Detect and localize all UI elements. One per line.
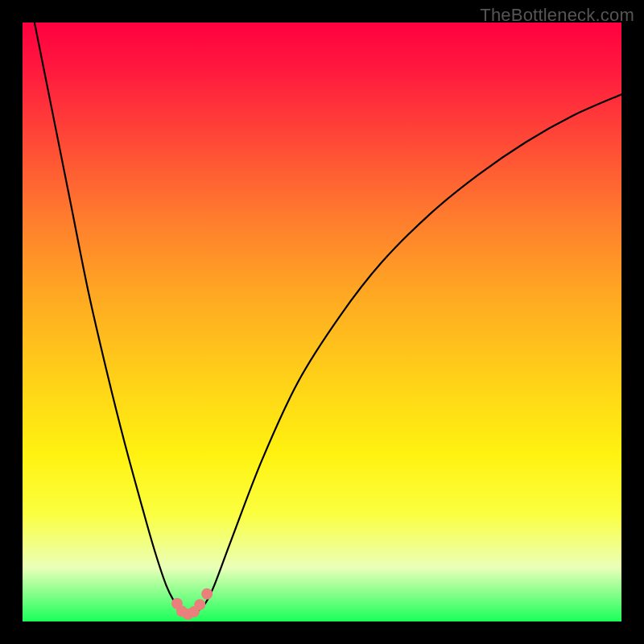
chart-plot-area [23,23,621,621]
curve-marker [194,599,205,610]
chart-svg [23,23,621,621]
bottleneck-curve [35,23,621,616]
curve-marker [201,588,213,600]
watermark-text: TheBottleneck.com [480,5,634,26]
curve-markers [171,588,213,620]
